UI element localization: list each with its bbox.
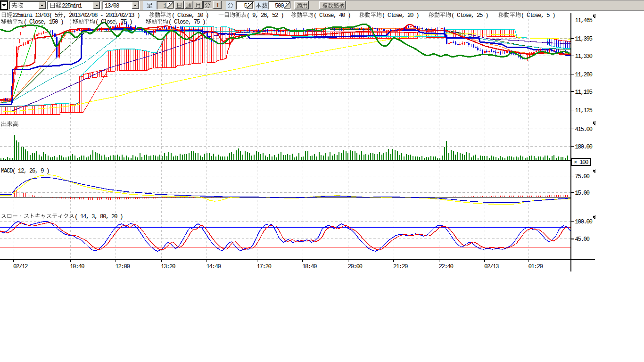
svg-text:17:20: 17:20 xyxy=(257,263,272,270)
svg-text:( Close, 75 ): ( Close, 75 ) xyxy=(168,19,205,25)
svg-text:225mini: 225mini xyxy=(62,3,82,9)
svg-text:( Close, 150 ): ( Close, 150 ) xyxy=(24,19,63,25)
svg-text:11,465: 11,465 xyxy=(575,17,593,24)
svg-text:( Close, 75 ): ( Close, 75 ) xyxy=(95,19,132,25)
svg-text:( 9, 26, 52 ): ( 9, 26, 52 ) xyxy=(247,12,283,19)
svg-text:( 14, 3, 80, 20 ): ( 14, 3, 80, 20 ) xyxy=(74,214,123,220)
svg-text:( Close, 10 ): ( Close, 10 ) xyxy=(172,12,208,19)
svg-text:13/03: 13/03 xyxy=(105,3,119,9)
svg-text:14:40: 14:40 xyxy=(206,263,221,270)
svg-text:, 2013/02/08 - 2013/02/13 ): , 2013/02/08 - 2013/02/13 ) xyxy=(63,12,140,19)
svg-text:( Close, 20 ): ( Close, 20 ) xyxy=(382,12,419,19)
svg-text:11,125: 11,125 xyxy=(575,107,593,114)
svg-text:MACD( 12, 26, 9 ): MACD( 12, 26, 9 ) xyxy=(1,168,49,174)
svg-text:22:40: 22:40 xyxy=(439,263,454,270)
svg-text:15.00: 15.00 xyxy=(575,190,590,197)
svg-text:× 100: × 100 xyxy=(574,159,588,166)
svg-text:( Close, 40 ): ( Close, 40 ) xyxy=(314,12,350,19)
svg-text:01:20: 01:20 xyxy=(528,263,543,270)
svg-text:20:00: 20:00 xyxy=(348,263,363,270)
svg-text:500: 500 xyxy=(275,3,284,9)
svg-text:11,195: 11,195 xyxy=(575,89,593,96)
svg-text:21:20: 21:20 xyxy=(393,263,408,270)
svg-text:13:20: 13:20 xyxy=(161,263,175,270)
svg-text:415.00: 415.00 xyxy=(575,126,593,133)
svg-text:180.00: 180.00 xyxy=(575,144,593,150)
svg-text:225mini 13/03( 5: 225mini 13/03( 5 xyxy=(12,12,58,19)
svg-text:45.00: 45.00 xyxy=(575,236,590,243)
svg-text:( Close, 25 ): ( Close, 25 ) xyxy=(451,12,488,19)
svg-text:( Close, 5 ): ( Close, 5 ) xyxy=(521,12,555,19)
svg-text:12:00: 12:00 xyxy=(116,263,130,270)
svg-text:02/13: 02/13 xyxy=(484,263,499,270)
svg-text:18:40: 18:40 xyxy=(302,263,317,270)
svg-text:02/12: 02/12 xyxy=(13,263,28,270)
svg-text:11,395: 11,395 xyxy=(575,36,593,42)
svg-text:1: 1 xyxy=(164,3,167,9)
svg-text:100.00: 100.00 xyxy=(575,219,593,225)
svg-text:75.00: 75.00 xyxy=(575,173,590,180)
svg-text:11,330: 11,330 xyxy=(575,53,593,60)
svg-text:11,260: 11,260 xyxy=(575,72,593,78)
svg-text:10:40: 10:40 xyxy=(70,263,84,270)
